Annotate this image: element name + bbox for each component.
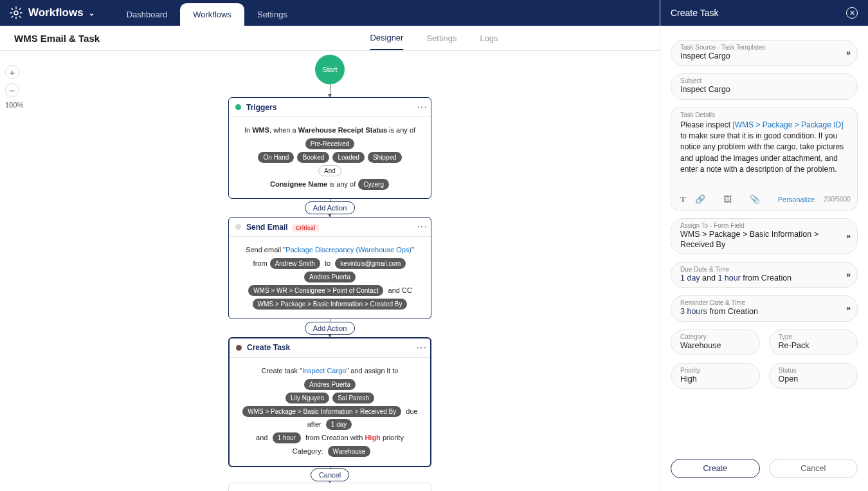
create-task-card[interactable]: Create Task ⋮ Create task "Inspect Cargo… [228, 337, 431, 467]
task-source-select[interactable]: Task Source - Task Templates Inspect Car… [671, 40, 858, 66]
cancel-button[interactable]: Cancel [311, 468, 349, 481]
tag-person: kevinluis@gmail.com [335, 258, 406, 269]
card-body: Send email "Package Discrepancy (Warehou… [229, 237, 431, 318]
editor-toolbar: T 🔗 🖼 📎 Personalize 230/5000 [680, 194, 848, 205]
brand-menu[interactable]: Workflows ⌄ [0, 6, 104, 20]
connector [330, 84, 330, 97]
card-header: Send EmailCritical ⋮ [229, 218, 431, 237]
zoom-out-button[interactable]: − [5, 83, 19, 97]
cancel-button[interactable]: Cancel [769, 459, 858, 478]
panel-body: Task Source - Task Templates Inspect Car… [660, 26, 868, 451]
card-header: Create Task ⋮ [230, 338, 430, 358]
tag-and: And [318, 165, 341, 176]
card-title: Send EmailCritical [246, 223, 420, 232]
reminder-select[interactable]: Reminder Date & Time 3 hours from Creati… [671, 295, 858, 321]
page-title: WMS Email & Task [0, 33, 100, 44]
new-action-card[interactable]: New Action [228, 483, 431, 491]
card-title: Create Task [247, 343, 420, 352]
svg-point-0 [14, 11, 18, 15]
subject-field[interactable]: Subject Inspect Cargo [671, 73, 858, 99]
zoom-controls: + − 100% [5, 65, 23, 109]
nav-tab-workflows[interactable]: Workflows [180, 3, 244, 26]
tag-path: WMS > Package > Basic Information > Crea… [253, 299, 408, 310]
tag-person: Lily Nguyen [285, 393, 329, 403]
chevron-down-icon: » [846, 270, 849, 279]
nav-tab-settings[interactable]: Settings [244, 3, 300, 26]
triggers-card[interactable]: Triggers ⋮ In WMS, when a Warehouse Rece… [228, 97, 431, 199]
create-button[interactable]: Create [671, 459, 760, 478]
tag-status: Booked [297, 152, 329, 163]
tag-person: Andres Puerta [304, 272, 356, 283]
brand-label: Workflows [28, 6, 84, 19]
send-email-card[interactable]: Send EmailCritical ⋮ Send email "Package… [228, 217, 431, 319]
task-name-link[interactable]: Inspect Cargo [302, 367, 346, 375]
top-nav-tabs: Dashboard Workflows Settings [114, 0, 300, 26]
tag-status: Shipped [368, 152, 402, 163]
link-icon[interactable]: 🔗 [695, 194, 705, 204]
priority-field[interactable]: Priority High [671, 363, 760, 389]
tag-person: Andrew Smith [270, 258, 320, 269]
subtab-logs[interactable]: Logs [480, 26, 498, 50]
tag-duration: 1 day [326, 419, 352, 430]
tag-category: Warehouse [328, 446, 371, 457]
tag-duration: 1 hour [273, 432, 301, 443]
attachment-icon[interactable]: 📎 [750, 194, 760, 204]
category-field[interactable]: Category Warehouse [671, 329, 760, 355]
char-counter: 230/5000 [824, 196, 851, 203]
add-action-button[interactable]: Add Action [305, 201, 356, 214]
card-menu-icon[interactable]: ⋮ [420, 222, 424, 232]
tag-consignee: Cyzerg [358, 179, 389, 190]
subtab-designer[interactable]: Designer [370, 26, 403, 50]
panel-footer: Create Cancel [660, 451, 868, 491]
tag-person: Andres Puerta [304, 379, 356, 390]
personalize-link[interactable]: Personalize [778, 196, 815, 203]
due-date-select[interactable]: Due Date & Time 1 day and 1 hour from Cr… [671, 262, 858, 288]
email-subject-link[interactable]: Package Discrepancy (Warehouse Ops) [285, 246, 411, 254]
assign-to-select[interactable]: Assign To - Form Field WMS > Package > B… [671, 218, 858, 255]
flow: Start Triggers ⋮ In WMS, when a Warehous… [150, 55, 510, 491]
tag-path: WMS > Package > Basic Information > Rece… [242, 406, 401, 417]
task-details-field[interactable]: Task Details Please inspect [WMS > Packa… [671, 107, 858, 210]
status-field[interactable]: Status Open [769, 363, 858, 389]
card-title: Triggers [246, 103, 420, 112]
task-details-text: Please inspect [WMS > Package > Package … [680, 118, 848, 188]
chevron-down-icon: » [846, 48, 849, 57]
card-menu-icon[interactable]: ⋮ [420, 102, 424, 112]
status-dot [236, 345, 242, 351]
tag-status: Pre-Received [305, 138, 355, 149]
chevron-down-icon: ⌄ [89, 9, 95, 17]
nav-tab-dashboard[interactable]: Dashboard [114, 3, 181, 26]
subtab-settings[interactable]: Settings [426, 26, 457, 50]
zoom-level: 100% [5, 101, 23, 109]
status-dot [235, 104, 241, 110]
panel-title: Create Task [671, 8, 718, 18]
add-action-button[interactable]: Add Action [305, 322, 356, 335]
card-body: In WMS, when a Warehouse Receipt Status … [229, 117, 431, 198]
image-icon[interactable]: 🖼 [723, 194, 732, 204]
card-body: Create task "Inspect Cargo" and assign i… [230, 358, 430, 466]
critical-badge: Critical [292, 224, 320, 232]
gear-icon [9, 6, 23, 20]
chevron-down-icon: » [846, 304, 849, 313]
text-format-icon[interactable]: T [680, 194, 686, 205]
panel-header: Create Task ✕ [660, 0, 868, 26]
card-header: Triggers ⋮ [229, 98, 431, 117]
canvas[interactable]: + − 100% Start Triggers ⋮ In WMS, when a… [0, 51, 660, 491]
sub-tabs: Designer Settings Logs [370, 26, 498, 50]
type-field[interactable]: Type Re-Pack [769, 329, 858, 355]
chevron-down-icon: » [846, 232, 849, 241]
card-menu-icon[interactable]: ⋮ [420, 343, 424, 353]
create-task-panel: Create Task ✕ Task Source - Task Templat… [660, 0, 868, 491]
close-icon[interactable]: ✕ [846, 7, 858, 19]
tag-status: Loaded [332, 152, 364, 163]
zoom-in-button[interactable]: + [5, 65, 19, 79]
tag-path: WMS > WR > Consignee > Point of Contact [248, 285, 383, 296]
tag-person: Sai Paresh [332, 393, 374, 403]
start-node[interactable]: Start [315, 55, 345, 84]
tag-status: On Hand [258, 152, 294, 163]
status-dot [235, 224, 241, 230]
